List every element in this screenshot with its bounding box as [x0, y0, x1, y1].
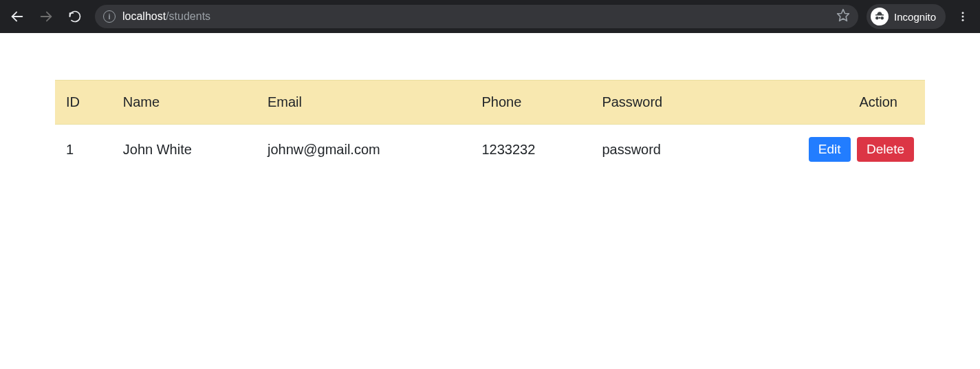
svg-point-3 [962, 12, 964, 14]
cell-action: Edit Delete [722, 125, 925, 175]
svg-point-5 [962, 19, 964, 21]
cell-id: 1 [55, 125, 112, 175]
cell-name: John White [112, 125, 257, 175]
table-row: 1 John White johnw@gmail.com 1233232 pas… [55, 125, 925, 175]
address-bar[interactable]: i localhost/students [95, 5, 858, 28]
col-action: Action [722, 81, 925, 125]
incognito-label: Incognito [894, 11, 936, 23]
site-info-icon[interactable]: i [103, 10, 116, 23]
col-id: ID [55, 81, 112, 125]
cell-email: johnw@gmail.com [257, 125, 471, 175]
arrow-right-icon [39, 9, 54, 24]
col-email: Email [257, 81, 471, 125]
forward-button[interactable] [34, 5, 58, 28]
edit-button[interactable]: Edit [809, 137, 851, 162]
incognito-badge [871, 8, 889, 25]
reload-icon [68, 10, 82, 23]
browser-toolbar: i localhost/students Incognito [0, 0, 980, 33]
reload-button[interactable] [63, 5, 87, 28]
svg-point-4 [962, 16, 964, 18]
incognito-indicator[interactable]: Incognito [867, 4, 946, 29]
table-header-row: ID Name Email Phone Password Action [55, 81, 925, 125]
more-vertical-icon [957, 10, 969, 23]
svg-marker-2 [838, 10, 849, 21]
cell-password: password [591, 125, 722, 175]
delete-button[interactable]: Delete [857, 137, 914, 162]
url-host: localhost [122, 10, 166, 22]
col-phone: Phone [471, 81, 591, 125]
url-text: localhost/students [122, 10, 829, 23]
col-password: Password [591, 81, 722, 125]
browser-menu-button[interactable] [951, 5, 974, 28]
back-button[interactable] [6, 5, 29, 28]
star-icon [836, 8, 850, 22]
students-table: ID Name Email Phone Password Action 1 Jo… [55, 80, 925, 174]
url-path: /students [166, 10, 210, 22]
cell-phone: 1233232 [471, 125, 591, 175]
page-content: ID Name Email Phone Password Action 1 Jo… [0, 33, 980, 174]
incognito-icon [873, 10, 886, 23]
arrow-left-icon [10, 9, 25, 24]
bookmark-button[interactable] [836, 8, 850, 25]
col-name: Name [112, 81, 257, 125]
